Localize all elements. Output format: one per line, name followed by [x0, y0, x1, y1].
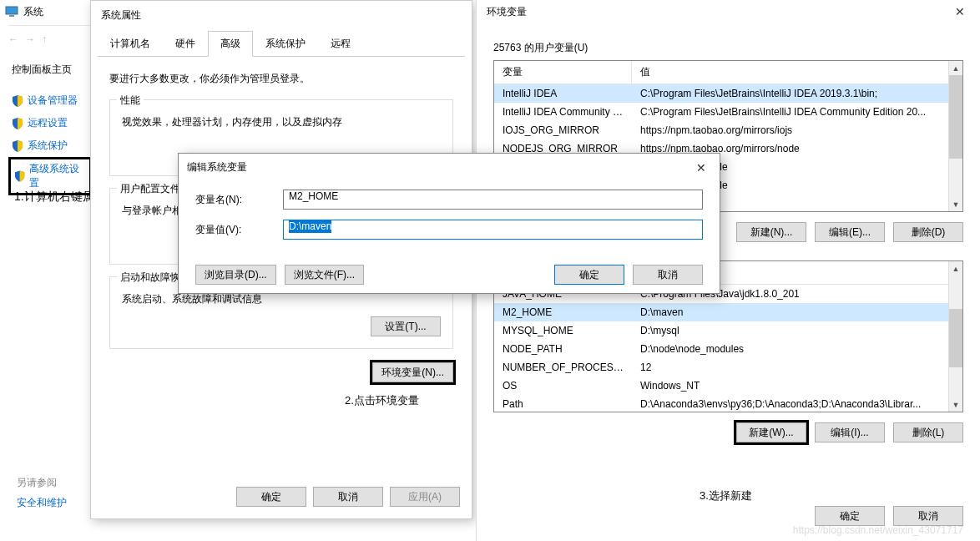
scrollbar[interactable]: ▲ ▼ [948, 61, 962, 211]
header-var[interactable]: 变量 [494, 61, 632, 83]
new-user-var-button[interactable]: 新建(N)... [736, 222, 806, 242]
env-variables-button[interactable]: 环境变量(N)... [372, 362, 453, 382]
startup-settings-button[interactable]: 设置(T)... [371, 316, 441, 336]
close-icon[interactable]: ✕ [691, 161, 711, 174]
admin-note: 要进行大多数更改，你必须作为管理员登录。 [109, 72, 453, 86]
cell-val: D:\mysql [632, 323, 962, 338]
list-header: 变量 值 [494, 61, 962, 84]
cell-var: M2_HOME [494, 305, 632, 320]
tab-remote[interactable]: 远程 [318, 31, 363, 57]
browse-dir-button[interactable]: 浏览目录(D)... [195, 265, 276, 285]
tab-protection[interactable]: 系统保护 [253, 31, 318, 57]
cell-var: MYSQL_HOME [494, 323, 632, 338]
scroll-thumb[interactable] [949, 309, 962, 367]
table-row[interactable]: IOJS_ORG_MIRRORhttps://npm.taobao.org/mi… [494, 121, 962, 139]
tab-computer-name[interactable]: 计算机名 [98, 31, 163, 57]
table-row[interactable]: OSWindows_NT [494, 377, 962, 395]
var-value-label: 变量值(V): [195, 223, 283, 237]
var-name-input[interactable]: M2_HOME [283, 190, 703, 210]
sidebar-remote[interactable]: 远程设置 [8, 112, 92, 134]
browse-file-button[interactable]: 浏览文件(F)... [285, 265, 364, 285]
system-icon [5, 5, 18, 18]
shield-icon [14, 170, 25, 182]
cell-val: Windows_NT [632, 378, 962, 393]
table-row[interactable]: IntelliJ IDEA Community E...C:\Program F… [494, 103, 962, 121]
svg-rect-0 [6, 7, 18, 14]
editvar-title: 编辑系统变量 [187, 160, 247, 174]
table-row[interactable]: IntelliJ IDEAC:\Program Files\JetBrains\… [494, 84, 962, 103]
sidebar-item-label: 系统保护 [28, 139, 68, 153]
cell-var: NUMBER_OF_PROCESSORS [494, 360, 632, 375]
header-val[interactable]: 值 [632, 61, 962, 83]
forward-icon[interactable]: → [25, 33, 35, 45]
perf-title: 性能 [117, 94, 144, 108]
annotation-3: 3.选择新建 [700, 488, 752, 503]
table-row[interactable]: M2_HOMED:\maven [494, 303, 962, 321]
tab-hardware[interactable]: 硬件 [163, 31, 208, 57]
apply-button[interactable]: 应用(A) [390, 487, 460, 507]
cancel-button[interactable]: 取消 [313, 487, 383, 507]
cell-var: NODE_PATH [494, 341, 632, 356]
scrollbar[interactable]: ▲ ▼ [948, 261, 962, 412]
delete-user-var-button[interactable]: 删除(D) [893, 222, 963, 242]
cell-var: OS [494, 378, 632, 393]
table-row[interactable]: PathD:\Anaconda3\envs\py36;D:\Anaconda3;… [494, 395, 962, 413]
envvar-title-bar: 环境变量 ✕ [477, 0, 980, 24]
sidebar-home[interactable]: 控制面板主页 [8, 58, 92, 81]
cell-var: IntelliJ IDEA Community E... [494, 104, 632, 119]
scroll-thumb[interactable] [949, 75, 962, 159]
user-vars-label: 25763 的用户变量(U) [493, 41, 963, 55]
table-row[interactable]: NUMBER_OF_PROCESSORS12 [494, 358, 962, 377]
scroll-up-icon[interactable]: ▲ [949, 261, 962, 276]
startup-desc: 系统启动、系统故障和调试信息 [122, 292, 441, 306]
delete-sys-var-button[interactable]: 删除(L) [893, 422, 963, 442]
edit-user-var-button[interactable]: 编辑(E)... [815, 222, 885, 242]
table-row[interactable]: MYSQL_HOMED:\mysql [494, 321, 962, 340]
shield-icon [12, 95, 23, 107]
sidebar-device-manager[interactable]: 设备管理器 [8, 89, 92, 112]
svg-rect-1 [9, 15, 14, 17]
editvar-titlebar: 编辑系统变量 ✕ [179, 154, 720, 181]
cell-val: C:\Program Files\JetBrains\IntelliJ IDEA… [632, 86, 962, 101]
close-icon[interactable]: ✕ [950, 5, 970, 19]
edit-sys-var-button[interactable]: 编辑(I)... [815, 422, 885, 442]
cell-val: D:\Anaconda3\envs\py36;D:\Anaconda3;D:\A… [632, 397, 962, 412]
cell-val: 12 [632, 360, 962, 375]
selected-value: D:\maven [289, 220, 331, 233]
sysprop-footer: 确定 取消 应用(A) [236, 487, 460, 507]
table-row[interactable]: NODE_PATHD:\node\node_modules [494, 340, 962, 358]
sysprop-tabs: 计算机名 硬件 高级 系统保护 远程 [98, 30, 465, 57]
watermark: https://blog.csdn.net/weixin_43071717 [793, 524, 963, 536]
tab-advanced[interactable]: 高级 [208, 31, 253, 57]
shield-icon [12, 118, 23, 129]
cell-var: IntelliJ IDEA [494, 86, 632, 101]
annotation-2: 2.点击环境变量 [345, 393, 419, 408]
scroll-down-icon[interactable]: ▼ [949, 197, 962, 211]
new-sys-var-button[interactable]: 新建(W)... [736, 422, 806, 442]
sidebar-item-label: 设备管理器 [28, 94, 78, 108]
security-maintenance-link[interactable]: 安全和维护 [17, 496, 67, 510]
editvar-ok-button[interactable]: 确定 [554, 265, 624, 285]
envvar-title: 环境变量 [487, 5, 527, 19]
perf-desc: 视觉效果，处理器计划，内存使用，以及虚拟内存 [122, 115, 441, 129]
cell-var: Path [494, 397, 632, 412]
scroll-down-icon[interactable]: ▼ [949, 397, 962, 412]
editvar-cancel-button[interactable]: 取消 [633, 265, 703, 285]
var-value-input[interactable]: D:\maven [283, 220, 703, 240]
sidebar-protection[interactable]: 系统保护 [8, 134, 92, 157]
profile-title: 用户配置文件 [117, 182, 184, 196]
ok-button[interactable]: 确定 [236, 487, 306, 507]
scroll-up-icon[interactable]: ▲ [949, 61, 962, 75]
see-also-label: 另请参阅 [17, 476, 57, 490]
back-icon[interactable]: ← [8, 33, 18, 45]
cell-val: https://npm.taobao.org/mirrors/iojs [632, 123, 962, 138]
shield-icon [12, 140, 23, 152]
up-icon[interactable]: ↑ [42, 33, 47, 45]
env-ok-button[interactable]: 确定 [815, 506, 885, 526]
sidebar-item-label: 高级系统设置 [29, 162, 86, 190]
cell-var: IOJS_ORG_MIRROR [494, 123, 632, 138]
env-cancel-button[interactable]: 取消 [893, 506, 963, 526]
sysprop-title: 系统属性 [91, 1, 472, 30]
sidebar-item-label: 远程设置 [28, 116, 68, 130]
cell-val: C:\Program Files\JetBrains\IntelliJ IDEA… [632, 104, 962, 119]
